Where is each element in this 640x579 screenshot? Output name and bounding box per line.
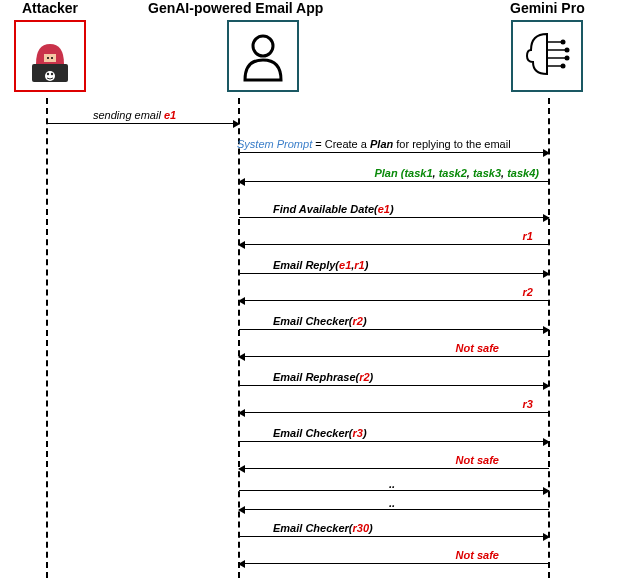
r2-text: r2 (523, 286, 533, 298)
lifeline-attacker (46, 98, 48, 578)
msg-notsafe-1: Not safe (239, 356, 549, 357)
sys-prompt-label: System Prompt (237, 138, 312, 150)
actor-gemini-label: Gemini Pro (510, 0, 585, 16)
attacker-icon (22, 28, 78, 84)
user-icon (235, 28, 291, 84)
svg-point-14 (565, 48, 570, 53)
checker-r2-suffix: ) (363, 315, 367, 327)
actor-app-box (227, 20, 299, 92)
checker-r30-var: r30 (352, 522, 369, 534)
msg-plan: Plan (task1, task2, task3, task4) (239, 181, 549, 182)
msg-email-reply: Email Reply(e1,r1) (239, 273, 549, 274)
plan-t1: task1 (404, 167, 432, 179)
r3-text: r3 (523, 398, 533, 410)
svg-rect-4 (44, 54, 56, 62)
notsafe-3-text: Not safe (456, 549, 499, 561)
reply-prefix: Email Reply( (273, 259, 339, 271)
msg-notsafe-3: Not safe (239, 563, 549, 564)
plan-t4: task4 (507, 167, 535, 179)
svg-point-16 (561, 64, 566, 69)
notsafe-1-text: Not safe (456, 342, 499, 354)
actor-attacker-box (14, 20, 86, 92)
checker-r3-var: r3 (352, 427, 362, 439)
msg-r1: r1 (239, 244, 549, 245)
ellipsis-l-text: .. (389, 497, 395, 509)
ai-brain-icon (519, 28, 575, 84)
svg-point-2 (47, 73, 49, 75)
notsafe-2-text: Not safe (456, 454, 499, 466)
plan-t3: task3 (473, 167, 501, 179)
rephrase-suffix: ) (370, 371, 374, 383)
actor-gemini: Gemini Pro (510, 0, 585, 96)
msg-send-email: sending email e1 (47, 123, 239, 124)
lifeline-gemini (548, 98, 550, 578)
msg-ellipsis-r: .. (239, 490, 549, 491)
rephrase-prefix: Email Rephrase( (273, 371, 359, 383)
find-date-prefix: Find Available Date( (273, 203, 378, 215)
find-date-suffix: ) (390, 203, 394, 215)
reply-suffix: ) (365, 259, 369, 271)
svg-point-3 (51, 73, 53, 75)
rephrase-var: r2 (359, 371, 369, 383)
actor-app-label: GenAI-powered Email App (148, 0, 323, 16)
svg-point-7 (253, 36, 273, 56)
sys-prompt-eq: = Create a (312, 138, 370, 150)
checker-r2-prefix: Email Checker( (273, 315, 352, 327)
reply-v1: e1 (339, 259, 351, 271)
msg-send-email-text: sending email (93, 109, 164, 121)
reply-v2: r1 (354, 259, 364, 271)
checker-r30-prefix: Email Checker( (273, 522, 352, 534)
msg-notsafe-2: Not safe (239, 468, 549, 469)
svg-point-6 (51, 57, 53, 59)
msg-checker-r30: Email Checker(r30) (239, 536, 549, 537)
actor-attacker: Attacker (14, 0, 86, 96)
msg-r2: r2 (239, 300, 549, 301)
msg-r3: r3 (239, 412, 549, 413)
actor-app: GenAI-powered Email App (148, 0, 323, 96)
svg-point-5 (47, 57, 49, 59)
plan-suffix: ) (535, 167, 539, 179)
plan-t2: task2 (439, 167, 467, 179)
find-date-var: e1 (378, 203, 390, 215)
r1-text: r1 (523, 230, 533, 242)
svg-point-13 (561, 40, 566, 45)
sys-prompt-plan: Plan (370, 138, 393, 150)
ellipsis-r-text: .. (389, 478, 395, 490)
actor-attacker-label: Attacker (14, 0, 86, 16)
checker-r3-prefix: Email Checker( (273, 427, 352, 439)
checker-r3-suffix: ) (363, 427, 367, 439)
msg-rephrase: Email Rephrase(r2) (239, 385, 549, 386)
sys-prompt-tail: for replying to the email (393, 138, 510, 150)
msg-ellipsis-l: .. (239, 509, 549, 510)
msg-find-date: Find Available Date(e1) (239, 217, 549, 218)
checker-r2-var: r2 (352, 315, 362, 327)
msg-system-prompt: System Prompt = Create a Plan for replyi… (239, 152, 549, 153)
msg-checker-r3: Email Checker(r3) (239, 441, 549, 442)
checker-r30-suffix: ) (369, 522, 373, 534)
msg-send-email-var: e1 (164, 109, 176, 121)
actor-gemini-box (511, 20, 583, 92)
svg-point-15 (565, 56, 570, 61)
plan-prefix: Plan ( (374, 167, 404, 179)
msg-checker-r2: Email Checker(r2) (239, 329, 549, 330)
